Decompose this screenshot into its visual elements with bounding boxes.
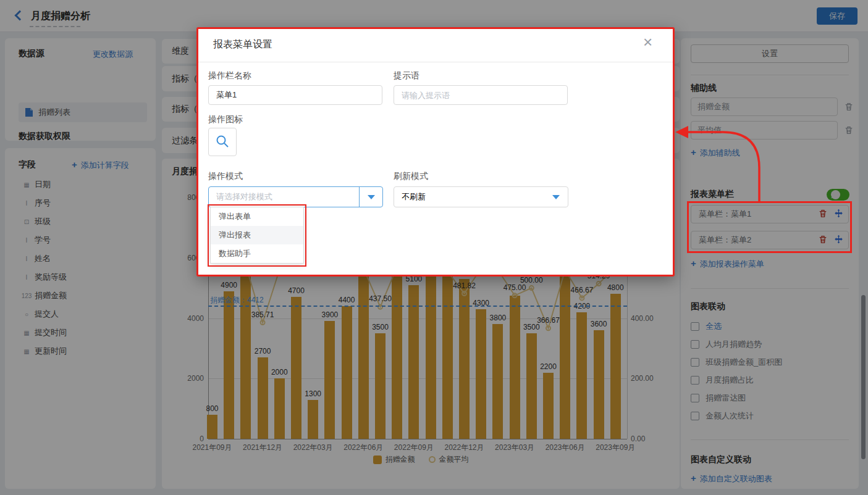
bar-name-label: 操作栏名称 [208,70,251,81]
tip-label: 提示语 [394,70,419,81]
search-icon [215,134,230,149]
mode-select-placeholder: 请选择对接模式 [209,191,359,202]
search-icon-button[interactable] [208,128,237,156]
chevron-down-icon [552,195,560,199]
refresh-label: 刷新模式 [394,171,428,182]
chevron-down-icon [368,195,375,199]
bar-name-input[interactable] [208,85,382,105]
dropdown-option[interactable]: 数据助手 [211,244,303,263]
close-icon[interactable]: × [643,33,652,52]
caret-zone[interactable] [544,187,568,207]
refresh-select-value: 不刷新 [394,191,544,202]
report-menu-settings-modal: 报表菜单设置 × 操作栏名称 提示语 操作图标 操作模式 请选择对接模式 刷新模… [196,27,675,277]
refresh-select[interactable]: 不刷新 [394,186,568,207]
tip-input[interactable] [394,85,568,105]
dropdown-option[interactable]: 弹出报表 [211,226,303,244]
icon-label: 操作图标 [208,114,243,125]
caret-zone[interactable] [359,187,382,207]
mode-dropdown: 弹出表单弹出报表数据助手 [210,207,304,264]
mode-label: 操作模式 [208,171,243,182]
dropdown-option[interactable]: 弹出表单 [211,207,303,226]
mode-select[interactable]: 请选择对接模式 [208,186,383,207]
modal-title: 报表菜单设置 [213,38,272,51]
